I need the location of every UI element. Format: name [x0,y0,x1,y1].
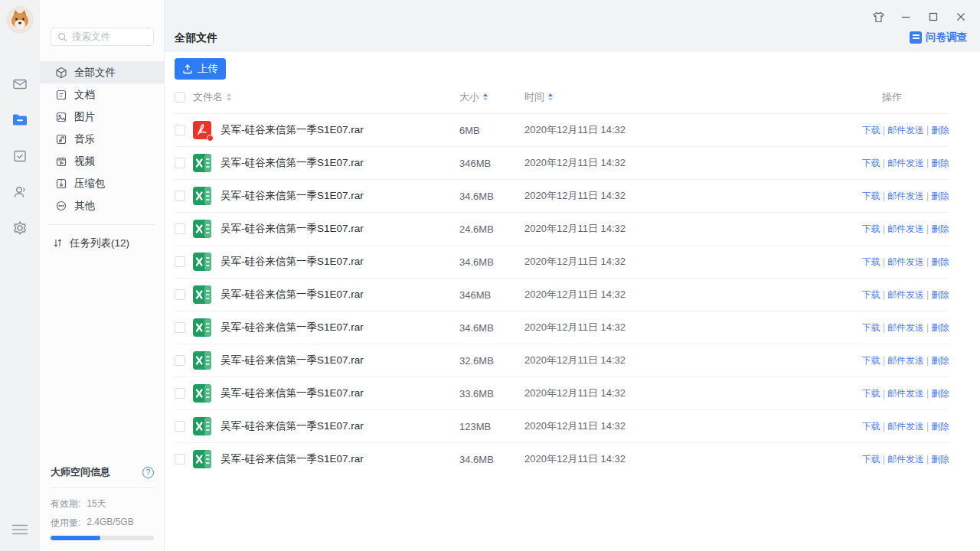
download-link[interactable]: 下载 [862,454,880,465]
row-checkbox[interactable] [175,388,185,399]
left-rail [0,0,40,551]
row-checkbox[interactable] [175,191,185,201]
all-files-cube-icon [55,67,67,79]
row-checkbox[interactable] [175,355,185,366]
download-link[interactable]: 下载 [862,289,880,300]
delete-link[interactable]: 删除 [931,421,949,432]
close-icon[interactable] [952,8,969,25]
delete-link[interactable]: 删除 [931,191,949,201]
sidebar-item-music[interactable]: 音乐 [40,128,164,150]
row-checkbox[interactable] [175,421,185,432]
maximize-icon[interactable] [925,8,942,25]
help-icon[interactable]: ? [142,467,154,478]
survey-link[interactable]: 问卷调查 [910,31,967,44]
upload-label: 上传 [198,62,218,76]
sort-time-control[interactable] [548,93,553,101]
action-separator: | [883,191,885,201]
file-list: 吴军-硅谷来信第一季S1E07.rar 6MB 2020年12月11日 14:3… [175,113,949,475]
download-link[interactable]: 下载 [862,256,880,267]
delete-link[interactable]: 删除 [931,355,949,366]
sidebar-item-all-files[interactable]: 全部文件 [40,61,164,83]
delete-link[interactable]: 删除 [931,158,949,168]
download-link[interactable]: 下载 [862,421,880,432]
delete-link[interactable]: 删除 [931,256,949,267]
minimize-icon[interactable] [897,8,914,25]
file-name[interactable]: 吴军-硅谷来信第一季S1E07.rar [220,321,459,334]
download-link[interactable]: 下载 [862,355,880,366]
email-send-link[interactable]: 邮件发送 [887,355,924,366]
row-checkbox[interactable] [175,289,185,300]
email-send-link[interactable]: 邮件发送 [887,454,924,465]
row-checkbox[interactable] [175,322,185,333]
file-size: 34.6MB [459,191,524,202]
row-checkbox[interactable] [175,454,185,465]
action-separator: | [883,322,885,333]
file-name[interactable]: 吴军-硅谷来信第一季S1E07.rar [220,386,459,400]
avatar[interactable] [6,6,34,34]
file-name[interactable]: 吴军-硅谷来信第一季S1E07.rar [220,156,459,170]
row-checkbox[interactable] [175,223,185,234]
delete-link[interactable]: 删除 [931,388,949,399]
sidebar-item-others[interactable]: 其他 [40,194,164,217]
sidebar-task-list[interactable]: 任务列表(12) [40,232,164,254]
sidebar-item-images[interactable]: 图片 [40,106,164,128]
contacts-icon[interactable] [11,183,29,201]
sidebar-item-archives[interactable]: 压缩包 [40,172,164,194]
email-send-link[interactable]: 邮件发送 [887,421,924,432]
search-input[interactable] [72,31,147,42]
delete-link[interactable]: 删除 [931,223,949,234]
delete-link[interactable]: 删除 [931,125,949,135]
file-time: 2020年12月11日 14:32 [524,386,835,400]
sidebar-item-documents[interactable]: 文档 [40,83,164,106]
download-link[interactable]: 下载 [862,223,880,234]
row-checkbox[interactable] [175,125,185,135]
usage-progress-bar [51,536,154,540]
download-link[interactable]: 下载 [862,125,880,135]
file-name[interactable]: 吴军-硅谷来信第一季S1E07.rar [220,255,459,269]
folder-icon[interactable] [11,111,29,129]
select-all-checkbox[interactable] [175,92,185,103]
email-send-link[interactable]: 邮件发送 [887,388,924,399]
delete-link[interactable]: 删除 [931,322,949,333]
file-name[interactable]: 吴军-硅谷来信第一季S1E07.rar [220,419,459,433]
row-actions: 下载|邮件发送|删除 [835,321,949,334]
email-send-link[interactable]: 邮件发送 [887,256,924,267]
download-link[interactable]: 下载 [862,158,880,168]
excel-file-icon [193,318,211,337]
sort-size-control[interactable] [483,93,488,101]
email-send-link[interactable]: 邮件发送 [887,223,924,234]
file-name[interactable]: 吴军-硅谷来信第一季S1E07.rar [220,222,459,236]
row-checkbox[interactable] [175,158,185,168]
usage-value: 2.4GB/5GB [87,517,133,530]
usage-label: 使用量: [51,517,80,530]
file-name[interactable]: 吴军-硅谷来信第一季S1E07.rar [220,123,459,137]
file-name[interactable]: 吴军-硅谷来信第一季S1E07.rar [220,354,459,367]
download-link[interactable]: 下载 [862,191,880,201]
calendar-check-icon[interactable] [11,147,29,165]
file-name[interactable]: 吴军-硅谷来信第一季S1E07.rar [220,452,459,466]
download-link[interactable]: 下载 [862,322,880,333]
settings-gear-icon[interactable] [11,219,29,237]
search-box[interactable] [51,28,154,46]
file-name[interactable]: 吴军-硅谷来信第一季S1E07.rar [220,288,459,302]
email-send-link[interactable]: 邮件发送 [887,289,924,300]
email-send-link[interactable]: 邮件发送 [887,125,924,135]
mail-icon[interactable] [11,75,29,93]
delete-link[interactable]: 删除 [931,454,949,465]
upload-button[interactable]: 上传 [175,58,226,80]
theme-shirt-icon[interactable] [870,8,887,25]
sort-name-control[interactable] [227,93,231,101]
email-send-link[interactable]: 邮件发送 [887,322,924,333]
file-name[interactable]: 吴军-硅谷来信第一季S1E07.rar [220,189,459,203]
row-actions: 下载|邮件发送|删除 [835,190,949,203]
hamburger-menu-icon[interactable] [11,523,29,539]
email-send-link[interactable]: 邮件发送 [887,191,924,201]
survey-form-icon [910,31,922,44]
delete-link[interactable]: 删除 [931,289,949,300]
download-link[interactable]: 下载 [862,388,880,399]
email-send-link[interactable]: 邮件发送 [887,158,924,168]
file-time: 2020年12月11日 14:32 [524,452,835,466]
row-checkbox[interactable] [175,256,185,267]
sidebar-item-videos[interactable]: 视频 [40,150,164,172]
excel-file-icon [193,220,211,238]
